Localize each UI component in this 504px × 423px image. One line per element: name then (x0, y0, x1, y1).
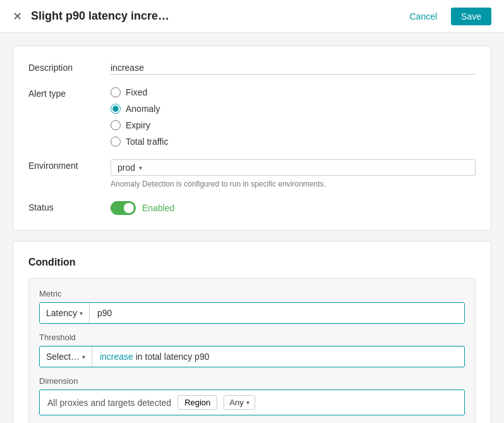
description-label: Description (28, 61, 111, 73)
radio-anomaly-input[interactable] (111, 104, 121, 114)
chevron-down-icon: ▾ (82, 353, 85, 360)
radio-fixed-label: Fixed (126, 87, 147, 97)
env-select-wrapper: prod ▾ Anomaly Detection is configured t… (111, 159, 476, 188)
dimension-region-button[interactable]: Region (177, 395, 217, 410)
description-row: Description (28, 61, 476, 75)
metric-select-value: Latency (46, 308, 77, 318)
environment-label: Environment (28, 159, 111, 171)
description-field (111, 61, 476, 75)
dimension-group: Dimension All proxies and targets detect… (39, 376, 465, 415)
threshold-row: Select… ▾ increase in total latency p90 (39, 346, 465, 367)
dimension-label: Dimension (39, 376, 465, 386)
alert-type-field: Fixed Anomaly Expiry Total traffic (111, 87, 476, 147)
dimension-any-select[interactable]: Any ▾ (224, 395, 255, 410)
radio-anomaly[interactable]: Anomaly (111, 104, 476, 114)
status-text: Enabled (142, 203, 174, 213)
status-toggle[interactable] (111, 201, 136, 215)
save-button[interactable]: Save (451, 8, 491, 25)
threshold-text-post: in total latency p90 (136, 352, 210, 362)
radio-total-traffic[interactable]: Total traffic (111, 137, 476, 147)
status-label: Status (28, 201, 111, 212)
status-row: Status Enabled (28, 201, 476, 215)
condition-title: Condition (28, 257, 476, 268)
radio-fixed-input[interactable] (111, 87, 121, 97)
general-settings-card: Description Alert type Fixed Anomaly (13, 46, 491, 231)
threshold-highlight: increase (100, 352, 133, 362)
threshold-select[interactable]: Select… ▾ (40, 346, 92, 367)
dimension-select-value: Any (229, 398, 243, 407)
chevron-down-icon: ▾ (80, 310, 83, 317)
radio-expiry-label: Expiry (126, 120, 150, 130)
condition-card: Condition Metric Latency ▾ p90 Threshold (13, 241, 491, 423)
alert-type-row: Alert type Fixed Anomaly Expiry (28, 87, 476, 147)
status-wrapper: Enabled (111, 201, 476, 215)
radio-anomaly-label: Anomaly (126, 104, 160, 114)
environment-row: Environment prod ▾ Anomaly Detection is … (28, 159, 476, 188)
dimension-row: All proxies and targets detected Region … (39, 389, 465, 415)
threshold-value: increase in total latency p90 (92, 346, 464, 367)
radio-expiry-input[interactable] (111, 120, 121, 130)
radio-expiry[interactable]: Expiry (111, 120, 476, 130)
metric-select[interactable]: Latency ▾ (40, 303, 90, 323)
dimension-text: All proxies and targets detected (47, 398, 171, 408)
radio-total-traffic-label: Total traffic (126, 137, 168, 147)
header-left: ✕ Slight p90 latency incre… (13, 9, 169, 23)
main-content: Description Alert type Fixed Anomaly (0, 33, 504, 423)
environment-hint: Anomaly Detection is configured to run i… (111, 180, 476, 188)
threshold-group: Threshold Select… ▾ increase in total la… (39, 333, 465, 367)
environment-value: prod (117, 162, 135, 173)
radio-total-traffic-input[interactable] (111, 137, 121, 147)
modal-header: ✕ Slight p90 latency incre… Cancel Save (0, 0, 504, 33)
environment-select[interactable]: prod ▾ (111, 159, 476, 176)
status-field: Enabled (111, 201, 476, 215)
radio-fixed[interactable]: Fixed (111, 87, 476, 97)
toggle-slider (111, 201, 136, 215)
threshold-select-value: Select… (46, 352, 80, 362)
metric-label: Metric (39, 289, 465, 298)
metric-group: Metric Latency ▾ p90 (39, 289, 465, 324)
chevron-down-icon: ▾ (139, 164, 142, 171)
condition-inner: Metric Latency ▾ p90 Threshold Select… ▾ (28, 278, 476, 423)
environment-field: prod ▾ Anomaly Detection is configured t… (111, 159, 476, 188)
close-button[interactable]: ✕ (13, 11, 22, 22)
metric-value: p90 (90, 303, 464, 323)
page-title: Slight p90 latency incre… (31, 9, 169, 23)
alert-type-radio-group: Fixed Anomaly Expiry Total traffic (111, 87, 476, 147)
chevron-down-icon: ▾ (246, 399, 249, 406)
metric-row: Latency ▾ p90 (39, 302, 465, 324)
cancel-button[interactable]: Cancel (402, 8, 445, 25)
alert-type-label: Alert type (28, 87, 111, 99)
threshold-label: Threshold (39, 333, 465, 342)
header-actions: Cancel Save (402, 8, 491, 25)
description-input[interactable] (111, 61, 476, 75)
